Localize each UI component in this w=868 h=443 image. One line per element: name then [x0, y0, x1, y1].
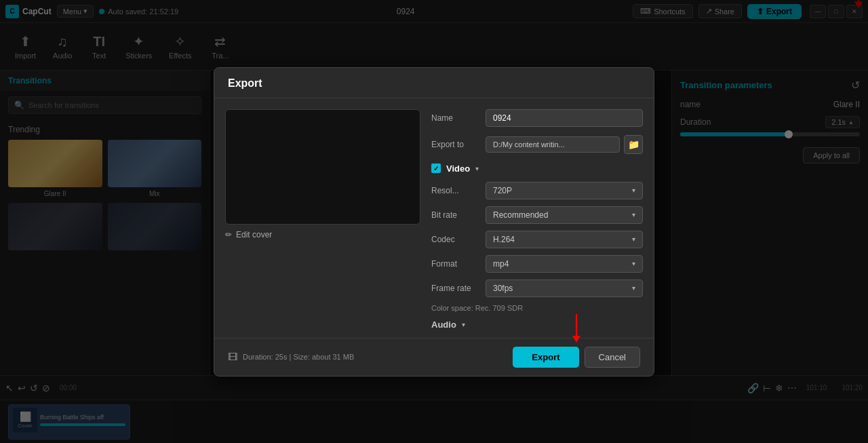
bitrate-arrow-icon: ▾: [632, 211, 635, 218]
color-space-text: Color space: Rec. 709 SDR: [431, 304, 523, 312]
framerate-row: Frame rate 30fps ▾: [431, 280, 643, 297]
format-label: Format: [431, 259, 486, 269]
codec-row: Codec H.264 ▾: [431, 231, 643, 248]
framerate-arrow-icon: ▾: [632, 284, 635, 292]
modal-footer: 🎞 Duration: 25s | Size: about 31 MB Expo…: [214, 338, 654, 376]
format-arrow-icon: ▾: [632, 260, 635, 267]
export-path-container: D:/My content writin... 📁: [486, 135, 643, 154]
framerate-label: Frame rate: [431, 284, 486, 293]
film-icon: 🎞: [228, 351, 237, 362]
codec-value: H.264: [493, 235, 632, 244]
resolution-label: Resol...: [431, 186, 486, 195]
resolution-dropdown[interactable]: 720P ▾: [486, 182, 643, 199]
codec-arrow-icon: ▾: [632, 235, 635, 243]
resolution-arrow-icon: ▾: [632, 187, 635, 194]
modal-body: ✏ Edit cover Name Export to D:/My conten…: [214, 98, 654, 338]
modal-preview-section: ✏ Edit cover: [214, 98, 431, 338]
modal-backdrop[interactable]: Export ✏ Edit cover Name: [0, 0, 868, 443]
resolution-row: Resol... 720P ▾: [431, 182, 643, 199]
export-modal: Export ✏ Edit cover Name: [214, 67, 654, 377]
export-path-display: D:/My content writin...: [486, 136, 620, 153]
bitrate-row: Bit rate Recommended ▾: [431, 206, 643, 224]
codec-label: Codec: [431, 235, 486, 244]
framerate-value: 30fps: [493, 284, 632, 293]
audio-section-header[interactable]: Audio ▾: [431, 320, 643, 330]
export-modal-button[interactable]: Export: [513, 347, 578, 368]
framerate-dropdown[interactable]: 30fps ▾: [486, 280, 643, 297]
export-to-row: Export to D:/My content writin... 📁: [431, 135, 643, 154]
folder-browse-button[interactable]: 📁: [624, 135, 643, 154]
edit-cover-icon: ✏: [225, 230, 232, 239]
video-section-label: Video: [446, 163, 470, 174]
video-checkbox[interactable]: ✓: [431, 163, 441, 173]
footer-info: 🎞 Duration: 25s | Size: about 31 MB: [228, 351, 354, 362]
edit-cover-label: Edit cover: [236, 230, 272, 239]
folder-icon: 📁: [628, 139, 639, 150]
name-label: Name: [431, 113, 486, 123]
modal-arrow-indicator: [572, 314, 580, 343]
format-dropdown[interactable]: mp4 ▾: [486, 255, 643, 273]
codec-dropdown[interactable]: H.264 ▾: [486, 231, 643, 248]
modal-title: Export: [228, 77, 262, 89]
name-input[interactable]: [486, 109, 643, 127]
resolution-value: 720P: [493, 186, 632, 195]
export-to-label: Export to: [431, 140, 486, 149]
edit-cover-row[interactable]: ✏ Edit cover: [225, 225, 420, 239]
audio-expand-icon: ▾: [462, 321, 465, 328]
format-value: mp4: [493, 259, 632, 269]
modal-settings-section: Name Export to D:/My content writin... 📁: [431, 98, 654, 338]
video-collapse-icon[interactable]: ▾: [475, 165, 479, 172]
bitrate-dropdown[interactable]: Recommended ▾: [486, 206, 643, 224]
color-space-row: Color space: Rec. 709 SDR: [431, 303, 643, 313]
audio-section-label: Audio: [431, 320, 456, 330]
cancel-modal-button[interactable]: Cancel: [585, 347, 640, 368]
bitrate-value: Recommended: [493, 210, 632, 220]
duration-size-text: Duration: 25s | Size: about 31 MB: [243, 353, 354, 361]
name-row: Name: [431, 109, 643, 127]
format-row: Format mp4 ▾: [431, 255, 643, 273]
bitrate-label: Bit rate: [431, 210, 486, 220]
preview-box[interactable]: [225, 109, 420, 225]
video-section-header: ✓ Video ▾: [431, 163, 643, 174]
modal-title-bar: Export: [214, 68, 654, 98]
footer-actions: Export Cancel: [513, 347, 640, 368]
